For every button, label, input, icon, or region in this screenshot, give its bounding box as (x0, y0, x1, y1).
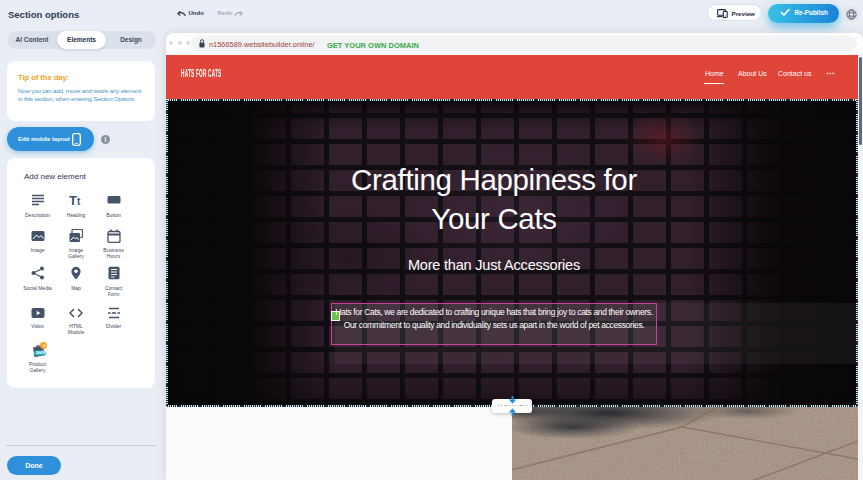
svg-text:T: T (69, 193, 77, 207)
svg-text:SHOP: SHOP (36, 351, 47, 355)
svg-text:t: t (77, 196, 81, 207)
